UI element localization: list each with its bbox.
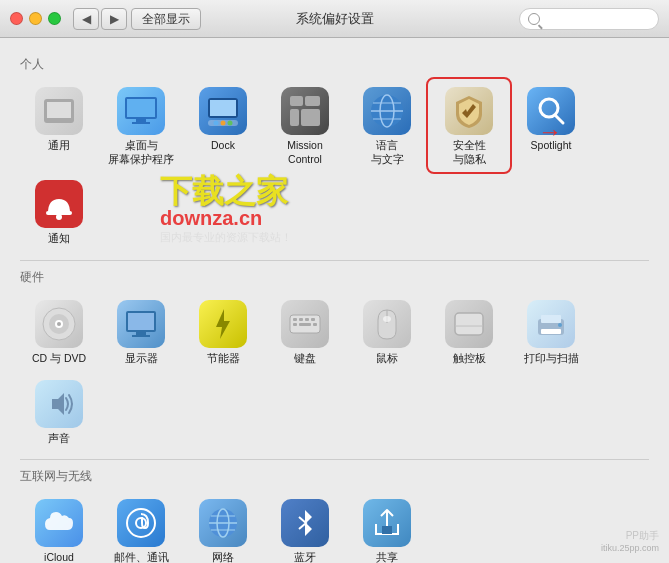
svg-rect-41: [299, 323, 311, 326]
personal-grid: 通用 桌面与屏幕保护程序 Dock MissionControl: [20, 81, 649, 250]
pref-icloud[interactable]: iCloud: [20, 493, 98, 563]
internet-grid: iCloud 邮件、通讯录、日历 网络 蓝牙 共: [20, 493, 649, 563]
section-label-personal: 个人: [20, 56, 649, 73]
sharing-label: 共享: [376, 551, 398, 563]
search-box[interactable]: [519, 8, 659, 30]
dock-icon: [199, 87, 247, 135]
svg-rect-15: [305, 96, 320, 106]
pref-language[interactable]: 语言与文字: [348, 81, 426, 170]
mouse-label: 鼠标: [376, 352, 398, 366]
pref-mouse[interactable]: 鼠标: [348, 294, 426, 370]
mail-label: 邮件、通讯录、日历: [106, 551, 176, 563]
notification-icon: [35, 180, 83, 228]
pref-keyboard[interactable]: 键盘: [266, 294, 344, 370]
svg-rect-14: [290, 96, 303, 106]
svg-rect-40: [293, 323, 297, 326]
svg-rect-9: [210, 100, 236, 116]
svg-rect-34: [132, 335, 150, 337]
titlebar: ◀ ▶ 全部显示 系统偏好设置: [0, 0, 669, 38]
pref-network[interactable]: 网络: [184, 493, 262, 563]
mission-icon: [281, 87, 329, 135]
dock-label: Dock: [211, 139, 235, 153]
pref-print[interactable]: 打印与扫描: [512, 294, 590, 370]
display-label: 显示器: [125, 352, 158, 366]
icloud-icon: [35, 499, 83, 547]
pref-dock[interactable]: Dock: [184, 81, 262, 170]
pref-sound[interactable]: 声音: [20, 374, 98, 450]
display-icon: [117, 300, 165, 348]
minimize-button[interactable]: [29, 12, 42, 25]
svg-rect-37: [299, 318, 303, 321]
section-label-internet: 互联网与无线: [20, 468, 649, 485]
svg-rect-38: [305, 318, 309, 321]
language-icon: [363, 87, 411, 135]
svg-rect-17: [301, 109, 320, 126]
pref-mission[interactable]: MissionControl: [266, 81, 344, 170]
pref-general[interactable]: 通用: [20, 81, 98, 170]
svg-rect-32: [128, 313, 154, 330]
pref-sharing[interactable]: 共享: [348, 493, 426, 563]
cddvd-icon: [35, 300, 83, 348]
pref-desktop[interactable]: 桌面与屏幕保护程序: [102, 81, 180, 170]
energy-icon: [199, 300, 247, 348]
divider-hardware: [20, 260, 649, 261]
trackpad-icon: [445, 300, 493, 348]
svg-point-13: [228, 121, 233, 126]
svg-rect-2: [53, 118, 65, 121]
divider-internet: [20, 459, 649, 460]
svg-rect-36: [293, 318, 297, 321]
search-icon: [528, 13, 540, 25]
pref-trackpad[interactable]: 触控板: [430, 294, 508, 370]
security-icon: [445, 87, 493, 135]
show-all-button[interactable]: 全部显示: [131, 8, 201, 30]
sound-label: 声音: [48, 432, 70, 446]
svg-point-50: [558, 323, 562, 327]
section-label-hardware: 硬件: [20, 269, 649, 286]
icloud-label: iCloud: [44, 551, 74, 563]
pref-mail[interactable]: 邮件、通讯录、日历: [102, 493, 180, 563]
mission-label: MissionControl: [287, 139, 323, 166]
sound-icon: [35, 380, 83, 428]
pref-notification[interactable]: 通知: [20, 174, 98, 250]
forward-button[interactable]: ▶: [101, 8, 127, 30]
bluetooth-icon: [281, 499, 329, 547]
arrow-annotation: ←: [538, 120, 562, 148]
keyboard-icon: [281, 300, 329, 348]
pref-display[interactable]: 显示器: [102, 294, 180, 370]
svg-rect-5: [127, 99, 155, 117]
desktop-icon: [117, 87, 165, 135]
close-button[interactable]: [10, 12, 23, 25]
svg-rect-16: [290, 109, 299, 126]
pref-security[interactable]: 安全性与隐私: [430, 81, 508, 170]
svg-rect-45: [455, 313, 483, 335]
main-content: 个人 通用 桌面与屏幕保护程序 Dock Missi: [0, 38, 669, 563]
network-icon: [199, 499, 247, 547]
svg-rect-1: [47, 102, 71, 118]
traffic-lights: [10, 12, 61, 25]
svg-rect-58: [382, 526, 392, 534]
trackpad-label: 触控板: [453, 352, 486, 366]
energy-label: 节能器: [207, 352, 240, 366]
keyboard-label: 键盘: [294, 352, 316, 366]
general-label: 通用: [48, 139, 70, 153]
pref-bluetooth[interactable]: 蓝牙: [266, 493, 344, 563]
svg-point-11: [214, 121, 219, 126]
pref-cddvd[interactable]: CD 与 DVD: [20, 294, 98, 370]
svg-rect-6: [136, 119, 146, 122]
mouse-icon: [363, 300, 411, 348]
window-title: 系统偏好设置: [296, 10, 374, 28]
svg-rect-39: [311, 318, 315, 321]
bluetooth-label: 蓝牙: [294, 551, 316, 563]
pref-energy[interactable]: 节能器: [184, 294, 262, 370]
print-label: 打印与扫描: [524, 352, 579, 366]
svg-rect-3: [50, 121, 68, 123]
cddvd-label: CD 与 DVD: [32, 352, 86, 366]
maximize-button[interactable]: [48, 12, 61, 25]
back-button[interactable]: ◀: [73, 8, 99, 30]
general-icon: [35, 87, 83, 135]
notification-label: 通知: [48, 232, 70, 246]
network-label: 网络: [212, 551, 234, 563]
security-label: 安全性与隐私: [453, 139, 486, 166]
nav-buttons: ◀ ▶: [73, 8, 127, 30]
svg-rect-33: [136, 332, 146, 335]
